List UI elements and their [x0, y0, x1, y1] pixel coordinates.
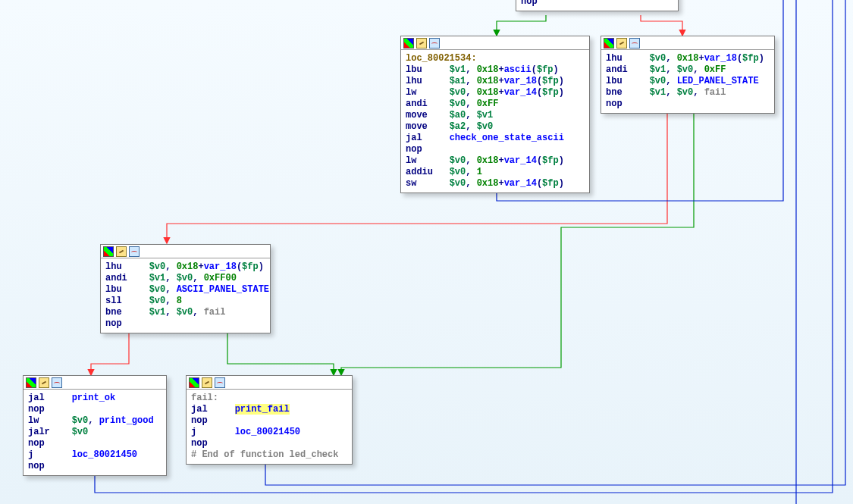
block-fail[interactable]: fail:jal print_failnopj loc_80021450nop#…: [186, 375, 353, 465]
block-content: lhu $v0, 0x18+var_18($fp)andi $v1, $v0, …: [601, 50, 774, 113]
block-content: fail:jal print_failnopj loc_80021450nop#…: [187, 390, 352, 464]
block-titlebar: [24, 376, 166, 390]
block-titlebar: [401, 36, 589, 50]
color-mode-icon[interactable]: [403, 38, 414, 49]
color-mode-icon[interactable]: [26, 377, 36, 388]
graph-icon[interactable]: [215, 377, 225, 388]
color-mode-icon[interactable]: [604, 38, 614, 49]
block-content: loc_80021534:lbu $v1, 0x18+ascii($fp)lhu…: [401, 50, 589, 193]
edit-icon[interactable]: [116, 246, 127, 257]
graph-icon[interactable]: [429, 38, 440, 49]
edit-icon[interactable]: [616, 38, 627, 49]
edit-icon[interactable]: [416, 38, 427, 49]
graph-icon[interactable]: [629, 38, 640, 49]
edit-icon[interactable]: [39, 377, 49, 388]
block-titlebar: [601, 36, 774, 50]
block-titlebar: [187, 376, 352, 390]
edit-icon[interactable]: [202, 377, 212, 388]
block-ascii-panel-check[interactable]: lhu $v0, 0x18+var_18($fp)andi $v1, $v0, …: [100, 244, 271, 333]
block-top-nop[interactable]: nop: [516, 0, 679, 11]
graph-icon[interactable]: [52, 377, 62, 388]
block-content: lhu $v0, 0x18+var_18($fp)andi $v1, $v0, …: [101, 258, 270, 333]
color-mode-icon[interactable]: [103, 246, 114, 257]
block-content: nop: [516, 0, 678, 11]
block-loc-80021534[interactable]: loc_80021534:lbu $v1, 0x18+ascii($fp)lhu…: [400, 36, 590, 193]
block-titlebar: [101, 245, 270, 258]
block-led-panel-check[interactable]: lhu $v0, 0x18+var_18($fp)andi $v1, $v0, …: [601, 36, 775, 114]
color-mode-icon[interactable]: [189, 377, 199, 388]
graph-icon[interactable]: [129, 246, 140, 257]
block-print-ok[interactable]: jal print_oknoplw $v0, print_goodjalr $v…: [23, 375, 167, 476]
block-content: jal print_oknoplw $v0, print_goodjalr $v…: [24, 390, 166, 475]
